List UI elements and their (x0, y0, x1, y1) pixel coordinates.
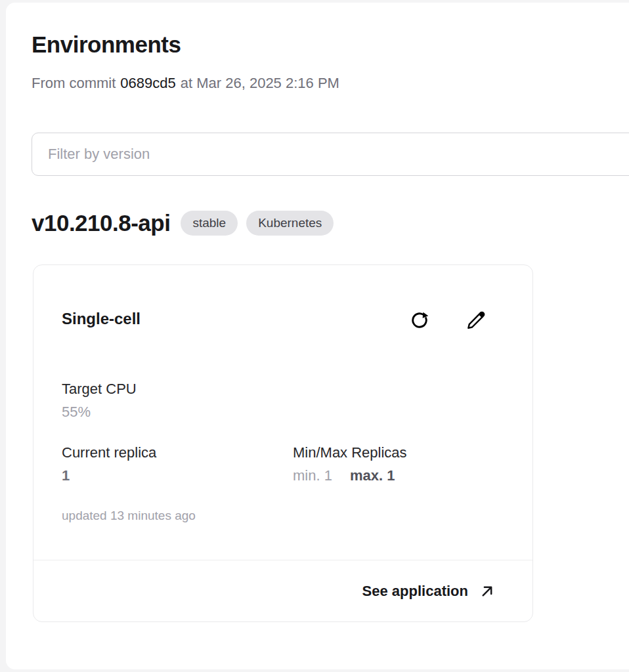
current-replica-label: Current replica (62, 444, 156, 463)
minmax-replicas-values: min. 1 max. 1 (293, 467, 395, 486)
pencil-icon (466, 310, 486, 330)
commit-subtitle-prefix: From commit (32, 75, 116, 91)
version-heading-row: v10.210.8-api stable Kubernetes (32, 209, 334, 238)
version-title: v10.210.8-api (32, 209, 170, 238)
target-cpu-label: Target CPU (62, 380, 137, 399)
edit-button[interactable] (466, 310, 487, 331)
page-title: Environments (32, 30, 181, 59)
arrow-up-right-icon (479, 583, 496, 600)
current-replica-value: 1 (62, 467, 70, 486)
updated-timestamp: updated 13 minutes ago (62, 508, 196, 524)
status-badge: stable (181, 211, 238, 236)
card-actions (409, 310, 487, 331)
environment-card: Single-cell Target CPU (33, 264, 533, 622)
max-replicas-value: max. 1 (350, 467, 395, 486)
commit-subtitle: From commit0689cd5at Mar 26, 2025 2:16 P… (32, 74, 339, 93)
environment-name: Single-cell (62, 308, 141, 329)
see-application-link[interactable]: See application (33, 560, 532, 621)
min-replicas-value: min. 1 (293, 467, 332, 486)
cluster-badge: Kubernetes (246, 211, 334, 236)
see-application-label: See application (362, 583, 468, 600)
refresh-icon (410, 310, 429, 330)
commit-subtitle-suffix: at Mar 26, 2025 2:16 PM (181, 75, 339, 91)
refresh-button[interactable] (409, 310, 430, 331)
commit-hash: 0689cd5 (120, 75, 175, 91)
filter-by-version-input[interactable] (32, 133, 629, 176)
minmax-replicas-label: Min/Max Replicas (293, 444, 407, 463)
content-panel: Environments From commit0689cd5at Mar 26… (6, 3, 629, 669)
target-cpu-value: 55% (62, 403, 91, 422)
